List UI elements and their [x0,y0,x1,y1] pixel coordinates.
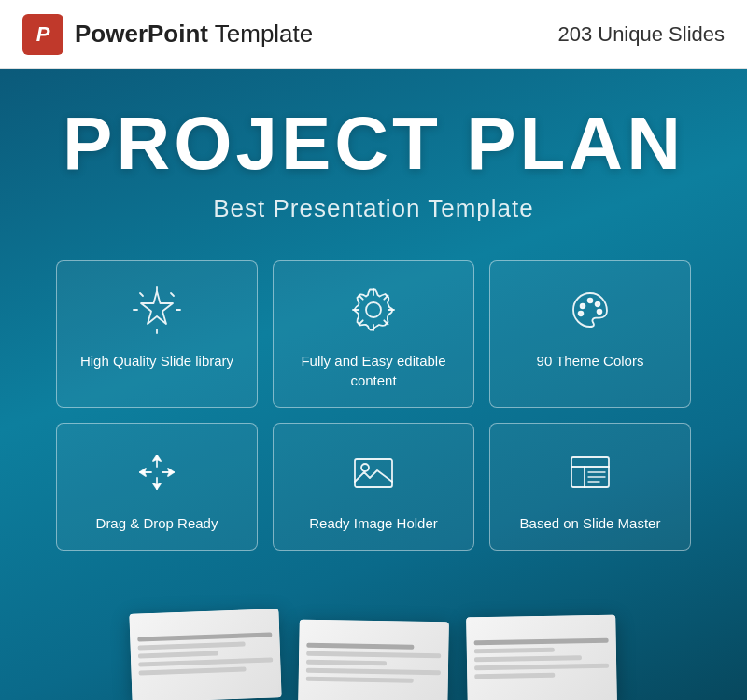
feature-label-image-holder: Ready Image Holder [309,513,438,533]
feature-card-image-holder: Ready Image Holder [273,423,474,551]
gear-icon [345,282,402,338]
slide-thumb-1 [129,609,281,700]
project-plan-title: PROJECT PLAN [63,106,684,181]
svg-line-5 [140,293,143,296]
feature-label-editable: Fully and Easy editable content [289,351,458,390]
svg-line-6 [171,293,174,296]
feature-card-editable: Fully and Easy editable content [273,260,474,408]
ppt-logo-icon: P [22,14,63,55]
feature-label-slide-master: Based on Slide Master [520,513,661,533]
svg-point-9 [588,299,593,303]
svg-point-12 [579,312,584,316]
features-grid: High Quality Slide library Fully and Eas… [56,260,691,551]
svg-point-7 [366,302,381,317]
feature-card-colors: 90 Theme Colors [489,260,691,408]
feature-label-drag-drop: Drag & Drop Ready [96,513,218,533]
svg-point-8 [581,304,585,309]
svg-marker-0 [141,291,173,324]
move-icon [129,444,185,500]
svg-point-11 [598,310,602,315]
layout-icon [562,444,618,500]
unique-slides-count: 203 Unique Slides [557,22,725,47]
feature-card-slide-master: Based on Slide Master [489,423,691,551]
slide-thumb-3 [466,615,617,700]
palette-icon [562,282,618,338]
main-subtitle: Best Presentation Template [213,194,533,223]
header-title: PowerPoint Template [75,20,313,49]
header: P PowerPoint Template 203 Unique Slides [0,0,747,69]
feature-label-colors: 90 Theme Colors [537,351,644,371]
feature-label-high-quality: High Quality Slide library [80,351,233,371]
main-section: PROJECT PLAN Best Presentation Template … [0,69,747,700]
feature-card-high-quality: High Quality Slide library [56,260,258,408]
image-icon [345,444,402,500]
header-left: P PowerPoint Template [22,14,313,55]
svg-point-18 [361,464,369,471]
svg-point-10 [596,302,600,307]
slides-preview [0,611,747,700]
star-icon [129,282,185,338]
feature-card-drag-drop: Drag & Drop Ready [56,423,258,551]
slide-thumb-2 [298,620,449,700]
